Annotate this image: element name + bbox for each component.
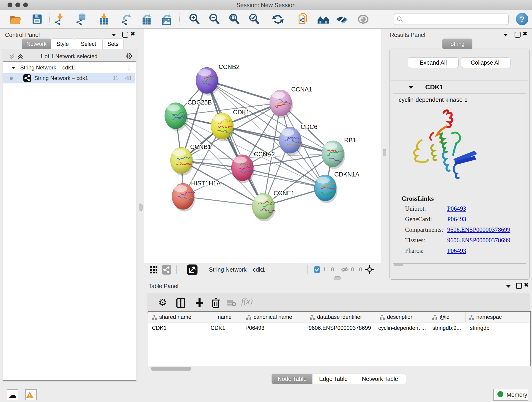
results-panel-collapse-icon[interactable] xyxy=(503,33,508,37)
import-network-database-icon[interactable] xyxy=(75,13,88,26)
tab-style[interactable]: Style xyxy=(51,38,75,49)
function-builder-fx-disabled: f(x) xyxy=(241,296,253,306)
cell-database-identifier[interactable]: 9606.ENSP00000378699 xyxy=(309,323,371,333)
control-panel-collapse-icon[interactable] xyxy=(111,33,116,37)
cell-namespace[interactable]: stringdb xyxy=(470,323,489,333)
right-splitter-handle[interactable] xyxy=(383,149,386,156)
network-options-gear-icon[interactable]: ⚙ xyxy=(126,51,133,61)
import-network-file-icon[interactable] xyxy=(53,13,67,26)
create-column-plus-icon[interactable] xyxy=(195,297,205,308)
search-input[interactable] xyxy=(405,15,505,23)
column-header-shared-name[interactable]: shared name xyxy=(148,312,207,322)
table-scrollbar-track[interactable] xyxy=(148,366,530,371)
tab-edge-table[interactable]: Edge Table xyxy=(312,374,355,384)
column-header-database-identifier[interactable]: database identifier xyxy=(306,312,376,322)
results-scrollbar-thumb[interactable] xyxy=(394,264,403,266)
cell-name[interactable]: CDK1 xyxy=(210,323,225,333)
tab-node-table[interactable]: Node Table xyxy=(272,374,313,384)
zoom-fit-icon[interactable] xyxy=(228,13,241,26)
hidden-eye-slash-icon[interactable] xyxy=(341,266,349,273)
column-header-description[interactable]: description xyxy=(376,312,429,322)
export-image-icon[interactable] xyxy=(160,13,173,26)
collapse-all-button[interactable]: Collapse All xyxy=(461,57,510,68)
table-scrollbar-thumb[interactable] xyxy=(151,367,191,370)
warnings-button[interactable] xyxy=(25,389,37,400)
crosslink-uniprot-link[interactable]: P06493 xyxy=(447,205,466,212)
collapse-all-networks-icon[interactable] xyxy=(8,53,15,60)
network-node-CCNE1[interactable]: CCNE1 xyxy=(252,190,295,221)
network-node-label: CDC25B xyxy=(187,99,212,106)
column-header-canonical-name[interactable]: canonical name xyxy=(243,312,306,322)
column-header-name[interactable]: name xyxy=(207,312,243,322)
results-panel-title: Results Panel xyxy=(390,32,425,38)
results-panel-float-icon[interactable] xyxy=(515,32,520,38)
glasses-slash-icon[interactable] xyxy=(335,13,348,26)
import-table-icon[interactable] xyxy=(97,13,110,26)
table-settings-gear-icon[interactable]: ⚙ xyxy=(158,297,167,308)
zoom-out-icon[interactable] xyxy=(208,13,221,26)
memory-button[interactable]: Memory xyxy=(493,389,528,401)
network-node-RB1[interactable]: RB1 xyxy=(322,137,356,169)
network-canvas[interactable]: CCNB2CCNA1CDC25BCDK1CDC6RB1CCNB1CCNA2CDK… xyxy=(144,29,381,263)
network-collection-row[interactable]: String Network – cdk1 1 xyxy=(3,62,135,73)
network-node-CDC6[interactable]: CDC6 xyxy=(279,123,317,155)
cloud-status-button[interactable]: ☁ xyxy=(7,389,18,400)
help-button[interactable]: ? xyxy=(516,13,528,25)
hidden-counts: 0 - 0 xyxy=(351,263,362,276)
network-node-CDK1[interactable]: CDK1 xyxy=(211,109,249,141)
selected-checkbox[interactable] xyxy=(314,266,320,273)
sphere-icon[interactable] xyxy=(356,13,370,26)
cell-shared-name[interactable]: CDK1 xyxy=(152,323,167,333)
export-network-icon[interactable] xyxy=(120,13,133,26)
network-row-selected[interactable]: String Network – cdk1 11 48 xyxy=(3,73,135,83)
tab-network-table[interactable]: Network Table xyxy=(354,374,406,384)
delete-column-trash-icon[interactable] xyxy=(211,297,220,308)
export-table-icon[interactable] xyxy=(140,13,153,26)
crosslink-pharos-link[interactable]: P06493 xyxy=(447,247,466,254)
fit-selected-crosshair-icon[interactable] xyxy=(365,265,374,274)
crosslink-genecard-link[interactable]: P06493 xyxy=(447,216,466,223)
open-session-icon[interactable] xyxy=(9,13,22,26)
network-node-CDKN1A[interactable]: CDKN1A xyxy=(314,171,360,203)
cell-canonical-name[interactable]: P06493 xyxy=(245,323,264,333)
table-panel-float-icon[interactable] xyxy=(516,283,522,289)
document-share-icon[interactable] xyxy=(297,13,310,26)
apply-layout-icon[interactable] xyxy=(271,13,285,26)
crosslink-tissues-link[interactable]: 9606.ENSP00000378699 xyxy=(447,237,510,244)
cell-id[interactable]: stringdb:9... xyxy=(432,323,461,333)
string-network-icon xyxy=(23,74,31,82)
cell-description[interactable]: cyclin-dependent ... xyxy=(378,323,426,333)
control-panel-close-icon[interactable]: ✖ xyxy=(130,31,135,36)
protein-collapse-caret-icon[interactable] xyxy=(408,86,413,89)
results-panel-close-icon[interactable]: ✖ xyxy=(522,31,527,36)
column-tree-icon xyxy=(246,314,252,320)
tab-network[interactable]: Network xyxy=(22,38,51,49)
left-splitter-handle[interactable] xyxy=(139,204,143,211)
tab-select[interactable]: Select xyxy=(74,38,103,49)
houses-icon[interactable] xyxy=(317,13,330,26)
crosslink-compartments-link[interactable]: 9606.ENSP00000378699 xyxy=(447,226,510,233)
zoom-selected-icon[interactable] xyxy=(247,13,261,26)
table-panel-title: Table Panel xyxy=(148,283,178,289)
control-panel-float-icon[interactable] xyxy=(122,32,128,38)
window-title: Session: New Session xyxy=(0,0,532,10)
network-node-HIST1H1A[interactable]: HIST1H1A xyxy=(172,180,221,211)
tab-string[interactable]: String xyxy=(442,38,472,49)
network-edge[interactable] xyxy=(207,80,263,206)
bottom-splitter-handle[interactable] xyxy=(334,276,341,280)
search-field[interactable] xyxy=(394,13,509,25)
network-node-CCNB2[interactable]: CCNB2 xyxy=(196,64,240,96)
show-columns-icon[interactable] xyxy=(176,298,185,308)
protein-name: CDK1 xyxy=(425,83,443,91)
save-session-icon[interactable] xyxy=(30,13,44,26)
column-header-namespace[interactable]: namespac xyxy=(465,312,530,322)
zoom-in-icon[interactable] xyxy=(188,13,201,26)
open-external-icon[interactable] xyxy=(187,264,197,275)
tab-sets[interactable]: Sets xyxy=(102,38,123,49)
share-view-icon[interactable] xyxy=(162,265,171,274)
column-header-id[interactable]: @id xyxy=(429,312,466,322)
table-panel-close-icon[interactable]: ✖ xyxy=(524,282,529,287)
birds-eye-grid-icon[interactable] xyxy=(149,265,158,274)
table-panel-collapse-icon[interactable] xyxy=(506,285,511,288)
expand-all-button[interactable]: Expand All xyxy=(408,57,459,68)
